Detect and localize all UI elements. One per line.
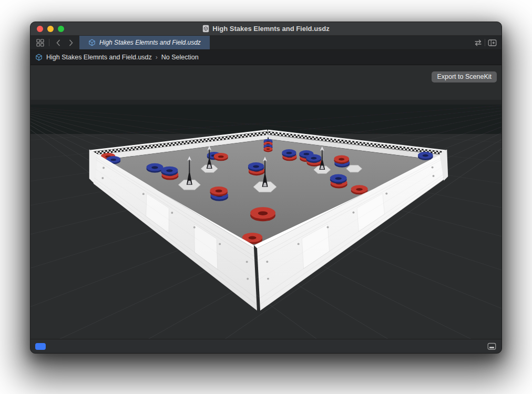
game-ring-blue[interactable] <box>306 154 321 163</box>
toolbar-left-icons <box>30 36 79 49</box>
desktop-background: High Stakes Elemnts and Field.usdz <box>0 0 532 394</box>
toolbar-right-icons <box>473 36 502 49</box>
toolbar-separator <box>49 39 49 46</box>
back-chevron-icon[interactable] <box>53 37 64 48</box>
add-editor-icon[interactable] <box>487 37 497 48</box>
tab-overview-icon[interactable] <box>35 37 45 48</box>
usdz-document-icon <box>202 25 209 33</box>
minimize-button[interactable] <box>47 26 54 32</box>
title-bar[interactable]: High Stakes Elemnts and Field.usdz <box>30 22 502 36</box>
game-ring-blue[interactable] <box>330 174 347 184</box>
display-icon[interactable] <box>487 343 496 350</box>
3d-scene-canvas[interactable] <box>30 65 502 339</box>
tab-label: High Stakes Elemnts and Field.usdz <box>99 39 201 46</box>
usdz-viewer-window: High Stakes Elemnts and Field.usdz <box>30 22 502 354</box>
window-title-group: High Stakes Elemnts and Field.usdz <box>202 25 330 33</box>
game-ring-blue[interactable] <box>248 162 264 171</box>
window-title: High Stakes Elemnts and Field.usdz <box>212 25 330 33</box>
forward-chevron-icon[interactable] <box>66 37 76 48</box>
tab-bar: High Stakes Elemnts and Field.usdz <box>30 36 502 50</box>
jump-bar: High Stakes Elemnts and Field.usdz › No … <box>30 50 502 65</box>
game-ring-red[interactable] <box>210 186 228 196</box>
scene-viewport: Export to SceneKit <box>30 65 502 339</box>
bottom-bar <box>30 339 502 353</box>
field-model[interactable] <box>89 130 448 311</box>
game-ring-blue[interactable] <box>418 152 433 160</box>
breadcrumb-file[interactable]: High Stakes Elemnts and Field.usdz <box>46 54 152 61</box>
swap-arrows-icon[interactable] <box>473 37 483 48</box>
game-ring-red[interactable] <box>334 155 349 164</box>
cube-wireframe-icon <box>88 39 96 46</box>
breadcrumb-selection[interactable]: No Selection <box>161 54 199 61</box>
cube-wireframe-icon <box>35 54 43 61</box>
breadcrumb-separator: › <box>156 54 158 61</box>
blue-indicator[interactable] <box>35 343 46 350</box>
game-ring-red[interactable] <box>214 153 228 161</box>
tab-active-usdz[interactable]: High Stakes Elemnts and Field.usdz <box>79 36 210 49</box>
game-ring-blue[interactable] <box>161 167 178 176</box>
zoom-button[interactable] <box>58 26 64 32</box>
close-button[interactable] <box>37 26 43 32</box>
traffic-lights <box>37 26 64 32</box>
game-ring-blue[interactable] <box>147 163 163 173</box>
export-to-scenekit-button[interactable]: Export to SceneKit <box>432 71 497 82</box>
game-ring-red[interactable] <box>250 207 275 221</box>
game-ring-blue[interactable] <box>282 149 296 157</box>
toolbar-separator <box>485 39 485 46</box>
